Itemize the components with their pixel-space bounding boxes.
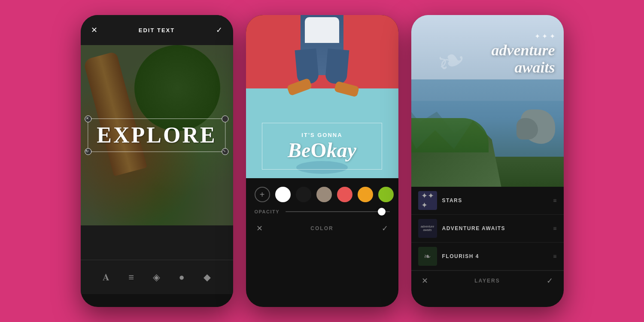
adventure-text-overlay[interactable]: ✦ ✦ ✦ adventureawaits xyxy=(492,32,555,76)
opacity-row: OPACITY xyxy=(255,209,390,214)
color-swatch-orange[interactable] xyxy=(358,187,373,202)
stars-decoration: ✦ ✦ ✦ xyxy=(492,32,555,40)
layer-thumb-adventure: adventureawaits xyxy=(418,219,437,238)
phone3-footer: ✕ LAYERS ✓ xyxy=(411,270,564,291)
close-icon[interactable]: ✕ xyxy=(422,276,428,286)
be-okay-text: BeOkay xyxy=(275,140,369,161)
color-swatch-green[interactable] xyxy=(378,187,394,202)
layer-menu-stars[interactable]: ≡ xyxy=(553,197,556,204)
layer-item-flourish[interactable]: ❧ FLOURISH 4 ≡ xyxy=(411,243,564,270)
layer-name-flourish: FLOURISH 4 xyxy=(442,253,548,259)
close-icon[interactable]: ✕ xyxy=(91,25,97,35)
phone-2: IT'S GONNA BeOkay + OPACITY ✕ COLOR ✓ xyxy=(246,15,398,307)
its-gonna-text: IT'S GONNA xyxy=(275,132,369,138)
check-icon[interactable]: ✓ xyxy=(547,276,553,286)
layers-panel: ✦✦✦ STARS ≡ adventureawaits ADVENTURE AW… xyxy=(411,187,564,270)
color-swatch-white[interactable] xyxy=(275,187,291,202)
explore-text: EXPLORE xyxy=(97,123,216,147)
text-card[interactable]: IT'S GONNA BeOkay xyxy=(262,123,382,170)
phone1-toolbar: 𝐀 ≡ ◈ ● ◆ xyxy=(81,260,233,294)
phone1-dark-area xyxy=(81,225,233,260)
check-icon[interactable]: ✓ xyxy=(216,25,222,35)
layer-name-adventure: ADVENTURE AWAITS xyxy=(442,225,548,231)
opacity-thumb[interactable] xyxy=(378,208,386,216)
layer-menu-flourish[interactable]: ≡ xyxy=(553,253,556,260)
style-icon[interactable]: ◈ xyxy=(153,272,160,283)
phone1-canvas: EXPLORE xyxy=(81,45,233,225)
layer-thumb-stars: ✦✦✦ xyxy=(418,191,437,210)
color-footer-label: COLOR xyxy=(310,225,333,231)
color-swatches-row: + xyxy=(255,187,390,202)
layer-name-stars: STARS xyxy=(442,197,548,204)
font-icon[interactable]: 𝐀 xyxy=(103,272,109,283)
phone3-image: ❧ ✦ ✦ ✦ adventureawaits xyxy=(411,15,564,187)
phone-1: ✕ EDIT TEXT ✓ EXPLORE 𝐀 ≡ ◈ ● ◆ xyxy=(81,15,233,307)
color-swatch-tan[interactable] xyxy=(316,187,332,202)
close-icon[interactable]: ✕ xyxy=(256,224,263,233)
check-icon[interactable]: ✓ xyxy=(382,224,388,233)
handle-rotate[interactable] xyxy=(85,148,91,155)
phone1-header: ✕ EDIT TEXT ✓ xyxy=(81,15,233,45)
layer-menu-adventure[interactable]: ≡ xyxy=(553,225,556,232)
explore-text-box[interactable]: EXPLORE xyxy=(88,118,225,152)
phone2-footer: ✕ COLOR ✓ xyxy=(246,219,398,238)
effect-icon[interactable]: ◆ xyxy=(204,272,211,283)
handle-delete[interactable] xyxy=(85,115,91,122)
opacity-label: OPACITY xyxy=(255,209,280,214)
color-panel: + OPACITY xyxy=(246,178,398,214)
add-color-button[interactable]: + xyxy=(255,187,270,202)
layer-thumb-flourish: ❧ xyxy=(418,247,437,266)
phone-3: ❧ ✦ ✦ ✦ adventureawaits ✦✦✦ STARS ≡ adve… xyxy=(411,15,564,307)
phone2-image: IT'S GONNA BeOkay xyxy=(246,15,398,178)
adventure-awaits-text: adventureawaits xyxy=(492,42,555,76)
align-icon[interactable]: ≡ xyxy=(128,272,134,283)
color-icon[interactable]: ● xyxy=(179,272,185,283)
layer-item-stars[interactable]: ✦✦✦ STARS ≡ xyxy=(411,187,564,215)
layer-item-adventure[interactable]: adventureawaits ADVENTURE AWAITS ≡ xyxy=(411,215,564,243)
color-swatch-black[interactable] xyxy=(296,187,311,202)
color-swatch-red[interactable] xyxy=(337,187,352,202)
edit-text-title: EDIT TEXT xyxy=(139,27,175,33)
layers-footer-label: LAYERS xyxy=(474,278,500,284)
opacity-slider[interactable] xyxy=(286,211,390,212)
